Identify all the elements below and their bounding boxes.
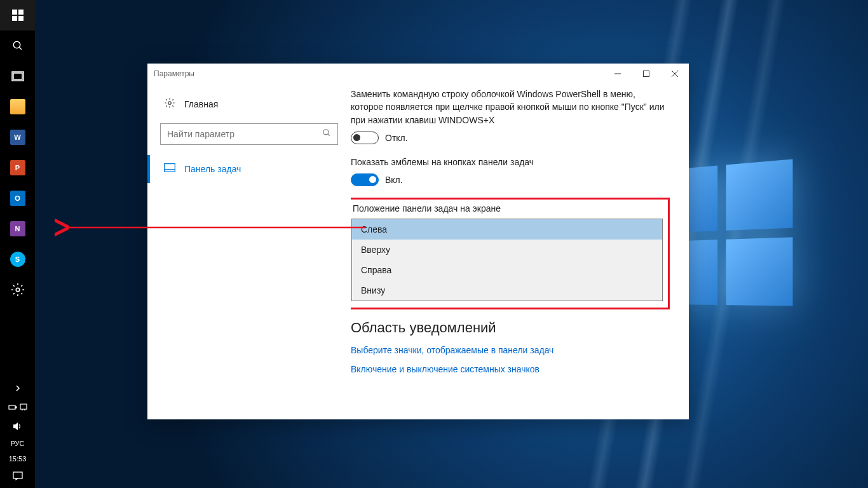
svg-point-8 <box>16 288 20 292</box>
search-box[interactable] <box>160 123 338 145</box>
sidebar: Главная Панель задач <box>147 84 351 419</box>
taskbar-app-skype[interactable]: S <box>0 244 35 274</box>
position-label: Положение панели задач на экране <box>353 202 663 215</box>
notification-area-heading: Область уведомлений <box>351 320 670 336</box>
window-title: Параметры <box>154 69 194 78</box>
powershell-toggle[interactable] <box>351 132 379 144</box>
settings-window: Параметры Главная <box>147 64 689 419</box>
position-option-bottom[interactable]: Внизу <box>352 280 662 301</box>
svg-point-4 <box>13 41 20 48</box>
taskbar-app-powerpoint[interactable]: P <box>0 152 35 183</box>
home-label: Главная <box>184 99 218 109</box>
search-icon[interactable] <box>0 30 35 61</box>
svg-point-20 <box>168 101 172 104</box>
taskbar-icon <box>164 163 175 175</box>
titlebar[interactable]: Параметры <box>147 64 689 84</box>
position-option-right[interactable]: Справа <box>352 260 662 280</box>
link-select-icons[interactable]: Выберите значки, отображаемые в панели з… <box>351 345 670 355</box>
close-button[interactable] <box>660 64 689 84</box>
svg-line-5 <box>19 47 22 50</box>
svg-rect-1 <box>18 10 24 15</box>
taskbar-app-word[interactable]: W <box>0 122 35 152</box>
svg-rect-0 <box>12 10 17 15</box>
svg-rect-2 <box>12 16 17 21</box>
gear-icon <box>164 97 175 112</box>
svg-rect-10 <box>15 407 17 408</box>
tray-battery-network-icon[interactable] <box>0 398 35 417</box>
sidebar-item-taskbar[interactable]: Панель задач <box>147 155 338 183</box>
svg-rect-9 <box>9 405 15 409</box>
svg-point-21 <box>323 130 329 135</box>
svg-rect-23 <box>165 164 175 172</box>
tray-expand-icon[interactable] <box>0 379 35 398</box>
svg-rect-17 <box>643 71 649 77</box>
position-highlight-box: Положение панели задач на экране Слева В… <box>351 198 670 309</box>
position-option-left[interactable]: Слева <box>352 219 662 240</box>
tray-volume-icon[interactable] <box>0 417 35 436</box>
tray-notifications-icon[interactable] <box>0 466 35 485</box>
position-dropdown[interactable]: Слева Вверху Справа Внизу <box>351 219 663 301</box>
svg-rect-11 <box>20 404 27 409</box>
svg-marker-14 <box>13 423 18 430</box>
tray-language[interactable]: РУС <box>0 436 35 451</box>
taskbar-app-file-explorer[interactable] <box>0 92 35 122</box>
position-option-top[interactable]: Вверху <box>352 240 662 260</box>
search-input[interactable] <box>167 129 322 139</box>
sidebar-item-label: Панель задач <box>184 164 241 174</box>
link-system-icons[interactable]: Включение и выключение системных значков <box>351 364 670 374</box>
badges-toggle[interactable] <box>351 173 379 186</box>
svg-rect-3 <box>18 16 24 21</box>
badges-toggle-state: Вкл. <box>385 175 403 185</box>
search-icon <box>322 128 331 140</box>
svg-rect-7 <box>13 73 22 79</box>
badges-label: Показать эмблемы на кнопках панели задач <box>351 156 670 168</box>
taskbar: W P O N S РУС 15:53 <box>0 0 35 488</box>
main-panel: Заменить командную строку оболочкой Wind… <box>351 84 689 419</box>
taskbar-app-settings[interactable] <box>0 274 35 305</box>
powershell-toggle-state: Откл. <box>385 133 408 143</box>
taskbar-app-outlook[interactable]: O <box>0 183 35 214</box>
svg-rect-15 <box>13 472 22 478</box>
powershell-description: Заменить командную строку оболочкой Wind… <box>351 88 670 126</box>
tray-clock[interactable]: 15:53 <box>0 451 35 466</box>
minimize-button[interactable] <box>603 64 632 84</box>
svg-line-22 <box>328 134 330 136</box>
home-nav[interactable]: Главная <box>160 90 338 118</box>
task-view-icon[interactable] <box>0 61 35 92</box>
maximize-button[interactable] <box>632 64 660 84</box>
start-button[interactable] <box>0 0 35 30</box>
taskbar-app-onenote[interactable]: N <box>0 214 35 244</box>
